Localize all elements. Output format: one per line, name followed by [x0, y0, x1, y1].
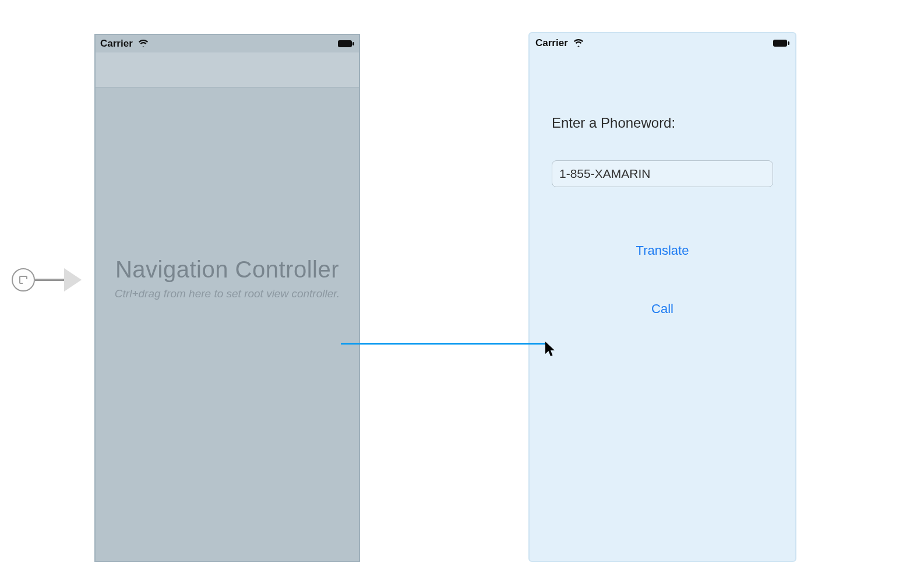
- entry-point-arrow-shaft: [35, 279, 64, 281]
- phoneword-prompt-label: Enter a Phoneword:: [552, 115, 773, 131]
- storyboard-entry-point-arrow[interactable]: [12, 267, 93, 293]
- carrier-label: Carrier: [100, 38, 149, 50]
- svg-rect-1: [352, 42, 354, 45]
- translate-button[interactable]: Translate: [552, 243, 773, 258]
- phoneword-view-controller-scene[interactable]: Carrier Enter a Phoneword: Translate Cal…: [528, 32, 796, 562]
- wifi-icon: [573, 38, 584, 47]
- ctrl-drag-segue-line: [341, 343, 547, 345]
- entry-point-arrow-head-icon: [64, 268, 82, 291]
- status-bar: Carrier: [96, 35, 359, 52]
- mouse-cursor-icon: [544, 341, 557, 357]
- status-bar: Carrier: [530, 33, 795, 59]
- carrier-label: Carrier: [535, 37, 584, 49]
- svg-rect-3: [788, 41, 789, 45]
- carrier-text: Carrier: [100, 38, 133, 49]
- wifi-icon: [138, 39, 149, 47]
- entry-point-circle-icon: [12, 268, 35, 291]
- svg-rect-2: [773, 40, 787, 47]
- phoneword-input[interactable]: [552, 160, 773, 187]
- navigation-bar-placeholder: [96, 52, 359, 87]
- navigation-controller-scene[interactable]: Carrier Navigation Controller Ctrl+drag …: [94, 34, 360, 562]
- nav-controller-hint: Ctrl+drag from here to set root view con…: [101, 287, 353, 300]
- carrier-text: Carrier: [535, 37, 568, 48]
- entry-point-glyph-icon: [19, 276, 27, 284]
- battery-icon: [338, 40, 354, 48]
- call-button[interactable]: Call: [552, 301, 773, 317]
- svg-rect-0: [338, 40, 352, 47]
- battery-icon: [773, 39, 789, 47]
- nav-controller-title: Navigation Controller: [101, 257, 353, 283]
